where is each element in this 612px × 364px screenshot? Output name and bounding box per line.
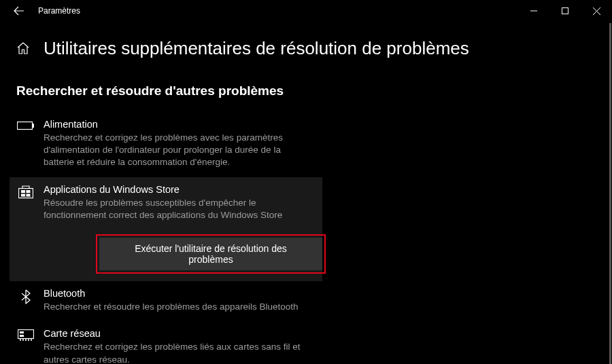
maximize-icon	[562, 7, 568, 14]
close-icon	[593, 7, 600, 15]
svg-rect-2	[33, 124, 34, 128]
item-desc: Résoudre les problèmes susceptibles d'em…	[44, 197, 302, 221]
page-header: Utilitaires supplémentaires de résolutio…	[0, 22, 612, 59]
home-button[interactable]	[16, 41, 31, 56]
svg-rect-10	[20, 335, 24, 337]
item-desc: Recherchez et corrigez les problèmes ave…	[44, 132, 302, 169]
section-header: Rechercher et résoudre d'autres problème…	[16, 84, 612, 98]
item-desc: Recherchez et corrigez les problèmes lié…	[44, 341, 302, 364]
svg-rect-0	[562, 8, 568, 14]
svg-rect-3	[19, 188, 33, 198]
arrow-left-icon	[14, 5, 24, 16]
troubleshooter-item-windows-store[interactable]: Applications du Windows Store Résoudre l…	[10, 177, 322, 230]
home-icon	[16, 41, 30, 55]
bluetooth-icon	[16, 288, 35, 313]
troubleshooter-item-network[interactable]: Carte réseau Recherchez et corrigez les …	[0, 321, 322, 364]
item-title: Alimentation	[44, 119, 306, 130]
minimize-button[interactable]	[518, 0, 549, 22]
svg-rect-6	[21, 194, 25, 196]
run-troubleshooter-button[interactable]: Exécuter l'utilitaire de résolution des …	[99, 238, 322, 270]
item-desc: Rechercher et résoudre les problèmes des…	[44, 301, 302, 313]
troubleshooter-item-power[interactable]: Alimentation Recherchez et corrigez les …	[0, 112, 322, 177]
titlebar: Paramètres	[0, 0, 612, 22]
svg-rect-7	[27, 194, 31, 196]
svg-rect-4	[21, 190, 25, 193]
run-button-container: Exécuter l'utilitaire de résolution des …	[10, 230, 322, 281]
item-title: Bluetooth	[44, 288, 306, 299]
svg-rect-8	[18, 330, 34, 339]
network-card-icon	[16, 328, 35, 364]
item-title: Applications du Windows Store	[44, 184, 306, 195]
close-button[interactable]	[581, 0, 612, 22]
window-title: Paramètres	[38, 6, 80, 16]
scrollbar[interactable]	[609, 23, 611, 364]
battery-icon	[16, 119, 35, 169]
back-button[interactable]	[10, 1, 29, 20]
troubleshooter-item-bluetooth[interactable]: Bluetooth Rechercher et résoudre les pro…	[0, 281, 322, 321]
windows-store-icon	[16, 184, 35, 221]
page-title: Utilitaires supplémentaires de résolutio…	[44, 38, 469, 59]
svg-rect-5	[27, 190, 31, 193]
item-title: Carte réseau	[44, 328, 306, 339]
minimize-icon	[530, 7, 537, 14]
maximize-button[interactable]	[549, 0, 581, 22]
window-controls	[518, 0, 612, 22]
svg-rect-1	[18, 122, 33, 130]
svg-rect-9	[20, 331, 24, 333]
troubleshooter-list: Alimentation Recherchez et corrigez les …	[0, 112, 612, 364]
